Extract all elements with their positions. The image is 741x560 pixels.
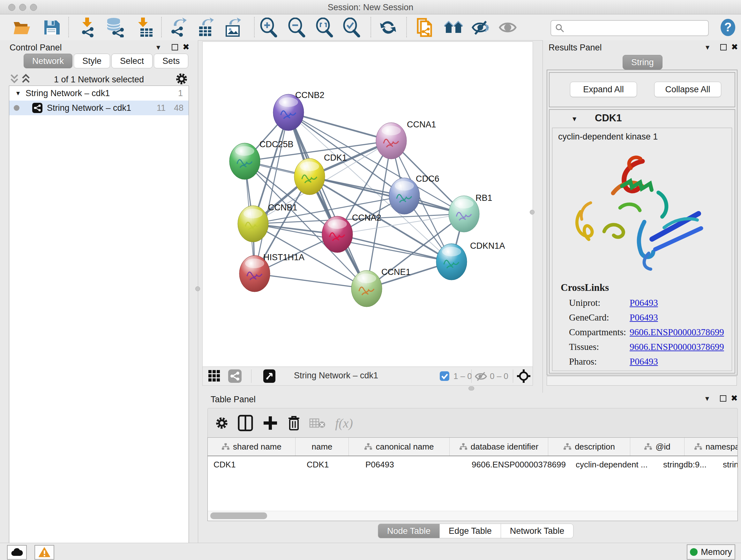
expand-collapse-box: Expand All Collapse All xyxy=(549,72,735,107)
export-image-button[interactable] xyxy=(222,17,244,38)
cloud-button[interactable] xyxy=(7,545,27,560)
right-splitter-grip[interactable] xyxy=(530,210,535,214)
column-header-database-identifier[interactable]: database identifier xyxy=(450,438,548,455)
open-in-window-icon[interactable] xyxy=(263,369,275,383)
column-header-canonical-name[interactable]: canonical name xyxy=(349,438,450,455)
column-header-shared-name[interactable]: shared name xyxy=(208,438,295,455)
column-header-name[interactable]: name xyxy=(295,438,349,455)
delete-values-trash-icon[interactable] xyxy=(284,413,304,433)
collection-expand-icon[interactable]: ▾ xyxy=(16,89,20,98)
title-bar: Session: New Session xyxy=(0,0,741,14)
table-panel-menu-icon[interactable]: ▾ xyxy=(705,394,709,403)
tab-style[interactable]: Style xyxy=(74,54,110,68)
function-builder-fx: f(x) xyxy=(330,413,358,433)
left-splitter-grip[interactable] xyxy=(195,287,200,291)
column-header--id[interactable]: @id xyxy=(630,438,684,455)
network-list: ▾ String Network – cdk1 1 String Network… xyxy=(9,85,189,560)
collapse-all-button[interactable]: Collapse All xyxy=(654,82,721,97)
tab-node-table[interactable]: Node Table xyxy=(378,523,440,538)
export-network-button[interactable] xyxy=(168,17,189,38)
warnings-button[interactable] xyxy=(35,545,54,560)
node-label-CCNB2: CCNB2 xyxy=(295,90,325,100)
show-columns-icon[interactable] xyxy=(235,413,256,433)
column-header-description[interactable]: description xyxy=(548,438,630,455)
network-edge-CCNB2-HIST1H1A[interactable] xyxy=(255,112,288,273)
clone-network-button[interactable] xyxy=(414,17,435,38)
results-panel-menu-icon[interactable]: ▾ xyxy=(705,43,710,52)
network-row[interactable]: String Network – cdk1 11 48 xyxy=(9,101,189,115)
node-label-CDK1: CDK1 xyxy=(324,153,347,163)
node-gloss xyxy=(455,199,474,208)
table-panel-close-icon[interactable]: ✖ xyxy=(731,393,738,403)
memory-button[interactable]: Memory xyxy=(687,544,735,560)
column-header-namespace[interactable]: namespace xyxy=(684,438,738,455)
table-cell[interactable]: CDK1 xyxy=(208,456,301,473)
table-cell[interactable]: cyclin-dependent ... xyxy=(570,456,657,473)
tab-sets[interactable]: Sets xyxy=(154,54,188,68)
import-table-button[interactable] xyxy=(134,17,155,38)
home-networks-button[interactable] xyxy=(443,17,464,38)
export-table-button[interactable] xyxy=(195,17,216,38)
save-session-button[interactable] xyxy=(41,17,62,38)
network-edge-CCNB2-CCNE1[interactable] xyxy=(288,112,367,289)
network-options-gear-icon[interactable] xyxy=(175,72,188,85)
column-header-label: canonical name xyxy=(376,442,434,452)
tab-string-results[interactable]: String xyxy=(623,55,663,70)
node-gloss xyxy=(357,273,376,283)
import-network-button[interactable] xyxy=(77,17,98,38)
crosslink-link[interactable]: 9606.ENSP00000378699 xyxy=(630,341,724,352)
results-scrollbar[interactable] xyxy=(547,376,737,386)
open-session-button[interactable] xyxy=(11,17,32,38)
zoom-selected-button[interactable] xyxy=(341,17,362,38)
results-panel-float-icon[interactable] xyxy=(720,44,727,51)
selected-checkbox-icon[interactable] xyxy=(440,371,450,381)
table-cell[interactable]: stringdb:9... xyxy=(657,456,717,473)
tab-select[interactable]: Select xyxy=(111,54,152,68)
network-view-string-icon[interactable] xyxy=(228,369,242,383)
crosslink-link[interactable]: P06493 xyxy=(630,356,658,367)
refresh-layout-button[interactable] xyxy=(378,17,399,38)
zoom-fit-button[interactable] xyxy=(314,17,335,38)
crosslink-row: Tissues:9606.ENSP00000378699 xyxy=(569,339,729,354)
table-cell[interactable]: CDK1 xyxy=(301,456,360,473)
column-header-label: shared name xyxy=(233,442,281,452)
table-row[interactable]: CDK1CDK1P064939606.ENSP00000378699cyclin… xyxy=(208,456,738,473)
table-panel-float-icon[interactable] xyxy=(720,395,726,401)
control-panel-close-icon[interactable]: ✖ xyxy=(183,42,190,52)
hide-panel-eye-slash-button[interactable] xyxy=(470,17,491,38)
network-canvas[interactable]: CCNB2CCNA1CDC25BCDK1CDC6RB1CCNB1CCNA2CDK… xyxy=(202,42,533,367)
tab-edge-table[interactable]: Edge Table xyxy=(440,523,501,538)
zoom-out-button[interactable] xyxy=(286,17,307,38)
tab-network-table[interactable]: Network Table xyxy=(501,523,574,538)
crosslink-link[interactable]: P06493 xyxy=(630,312,658,323)
import-network-from-database-button[interactable] xyxy=(105,17,125,38)
network-collection-row[interactable]: ▾ String Network – cdk1 1 xyxy=(9,86,189,101)
help-button[interactable]: ? xyxy=(718,17,738,38)
results-panel-close-icon[interactable]: ✖ xyxy=(731,42,738,52)
control-panel-menu-icon[interactable]: ▾ xyxy=(156,43,160,52)
table-cell[interactable]: P06493 xyxy=(360,456,466,473)
show-panel-eye-button[interactable] xyxy=(497,17,518,38)
protein-collapse-icon[interactable]: ▾ xyxy=(572,114,576,123)
tab-network[interactable]: Network xyxy=(23,54,72,68)
network-edge-CDK1-RB1[interactable] xyxy=(310,177,464,214)
add-column-icon[interactable] xyxy=(260,413,280,433)
crosslink-label: Compartments: xyxy=(569,327,630,337)
table-cell[interactable]: 9606.ENSP00000378699 xyxy=(466,456,570,473)
table-gear-icon[interactable] xyxy=(212,413,232,433)
collapse-all-networks-icon[interactable] xyxy=(10,73,19,84)
zoom-in-button[interactable] xyxy=(258,17,279,38)
grid-view-icon[interactable] xyxy=(208,369,220,382)
table-h-scrollbar-thumb[interactable] xyxy=(210,512,267,519)
network-edge-HIST1H1A-CCNE1[interactable] xyxy=(255,273,367,289)
expand-all-button[interactable]: Expand All xyxy=(570,82,637,97)
table-cell[interactable]: stringdb xyxy=(717,456,738,473)
horizontal-splitter-grip[interactable] xyxy=(468,386,474,390)
birdseye-view-icon[interactable] xyxy=(517,369,531,383)
control-panel-float-icon[interactable] xyxy=(172,44,178,51)
crosslink-link[interactable]: 9606.ENSP00000378699 xyxy=(630,327,724,337)
table-h-scrollbar[interactable] xyxy=(208,511,738,521)
search-input[interactable] xyxy=(567,23,708,34)
crosslink-link[interactable]: P06493 xyxy=(630,298,658,308)
expand-all-networks-icon[interactable] xyxy=(21,73,30,84)
